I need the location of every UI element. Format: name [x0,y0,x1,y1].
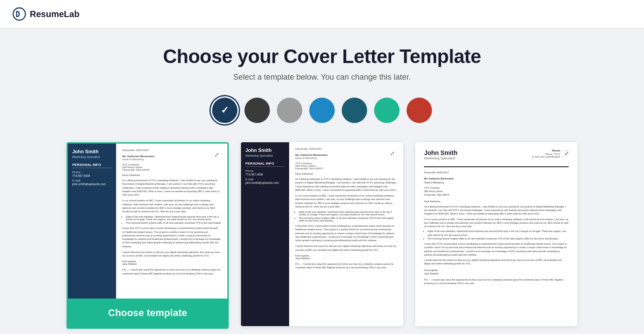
cv-company: XYZ Company099 Peony StreetFlowerville, … [295,162,397,170]
cv-bullet: Eight of the new websites I optimized ha… [126,215,221,221]
cv-email: john.smith@uptowork.com [245,181,285,184]
expand-button[interactable]: ⤢ [560,147,573,160]
cv-bullet: The incoming search engine traffic to al… [428,237,569,240]
app-header: ResumeLab [0,0,644,28]
cv-ps: P.S. — I would also value the opportunit… [424,278,569,285]
cv-phone: 774-987-4009 [72,174,112,177]
cv-recipient-title: Head of Marketing [122,158,221,161]
color-swatch-charcoal[interactable] [244,98,270,123]
cv-body4: I would welcome the chance to discuss yo… [295,244,397,252]
cv-closing: Kind regards,Jane Redlock [424,268,569,276]
cv-body4: I would welcome the chance to discuss yo… [122,250,221,258]
cv-body2: In my current position at ABC, I have su… [424,218,569,229]
cv-company: XYZ Company099 Peony StreetFlowerville, … [122,163,221,171]
cv-body: Flowerville, 06/01/2017 Ms. Katherine Bl… [424,171,569,285]
cv-recipient: Ms. Katherine Bloomstein [424,177,569,180]
cv-ps: P.S. — I would also value the opportunit… [122,268,221,275]
cv-personal-info-label: Personal Info [72,163,112,168]
color-swatch-silver[interactable] [277,98,302,123]
cv-body1: As a lifelong enthusiast of XYZ's market… [424,205,569,216]
cv-name: John Smith [245,148,285,153]
swatch-check-icon: ✓ [221,105,229,116]
cv-email-label: E-mail [72,179,112,182]
cv-job-title: Marketing Specialist [424,156,506,160]
cv-phone: 774-987-4009 [245,173,285,176]
cv-body2: In my current position at ABC, I have su… [295,194,397,208]
cv-body4: I would welcome the chance to discuss yo… [424,258,569,266]
cv-phone-label: Phone [245,169,285,172]
cv-bullets: Eight of the new websites I optimized ha… [428,229,569,240]
cv-name: John Smith [424,149,506,156]
cv-bullet: Eight of the new websites I optimized ha… [428,229,569,237]
cv-personal-info-label: Personal Info [245,162,285,167]
color-swatch-crimson[interactable] [407,98,432,123]
color-swatch-row: ✓ [212,98,432,123]
expand-icon: ⤢ [214,151,219,158]
cv-recipient-title: Head of Marketing [424,181,569,184]
template-card-1[interactable]: ⤢ John Smith Marketing Specialist Person… [67,142,229,329]
template-card-3[interactable]: ⤢ John Smith Marketing Specialist Person… [415,142,577,326]
cv-dear: Dear Katherine, [295,172,397,175]
logo: ResumeLab [12,7,79,21]
cv-phone-label: Phone [72,171,112,174]
main-content: Choose your Cover Letter Template Select… [0,28,644,334]
cv-date: Flowerville, 06/01/2017 [122,149,221,151]
color-swatch-emerald[interactable] [374,98,400,123]
cv-bullets: Eight of the new websites I optimized ha… [126,215,221,224]
cv-name: John Smith [72,149,112,155]
cv-bullet: The incoming search engine traffic to al… [299,217,397,222]
cv-body1: As a lifelong enthusiast of XYZ's market… [295,177,397,192]
color-swatch-navy[interactable]: ✓ [212,98,237,123]
cv-header: John Smith Marketing Specialist Personal… [424,149,569,162]
cv-preview: John Smith Marketing Specialist Personal… [241,142,403,326]
cv-bullets: Eight of the new websites I optimized ha… [299,211,397,222]
cv-left: John Smith Marketing Specialist [424,149,506,162]
cv-body3: I know that XYZ's current plans involve … [122,226,221,248]
cv-dear: Dear Katherine, [122,174,221,176]
cv-bullet: Eight of the new websites I optimized ha… [299,211,397,216]
color-swatch-teal-blue[interactable] [309,98,335,123]
cv-dear: Dear Katherine, [424,200,569,203]
expand-button[interactable]: ⤢ [386,147,399,160]
expand-button[interactable]: ⤢ [210,148,223,161]
cv-date: Flowerville, 04/01/2017 [295,148,397,150]
cv-divider [424,166,569,167]
cv-recipient: Ms. Katherine Bloomstein [295,154,397,156]
cv-company: XYZ Company099 Peony StreetFlowerville, … [424,186,569,197]
cv-body2: In my current position at ABC, I have su… [122,199,221,213]
logo-icon [12,7,26,21]
cv-preview: John Smith Marketing Specialist Personal… [415,142,577,326]
expand-icon: ⤢ [390,150,395,157]
color-swatch-dark-teal[interactable] [342,98,367,123]
cv-recipient: Ms. Katherine Bloomstein [122,155,221,158]
cv-closing: Kind regards,Jane Redlock [295,254,397,260]
cv-job-title: Marketing Specialist [72,155,112,158]
cv-body3: I know that XYZ's current plans involve … [424,242,569,257]
template-card-2[interactable]: ⤢ John Smith Marketing Specialist Person… [241,142,403,326]
cv-closing: Kind regards,Jane Redlock [122,260,221,265]
cv-main: Flowerville, 04/01/2017 Ms. Katherine Bl… [289,142,403,326]
cv-ps: P.S. — I would also value the opportunit… [295,262,397,270]
cv-job-title: Marketing Specialist [245,154,285,157]
cv-body3: I know that XYZ's current plans involve … [295,224,397,242]
templates-row: ⤢ John Smith Marketing Specialist Person… [67,142,577,329]
cv-recipient-title: Head of Marketing [295,157,397,159]
page-title: Choose your Cover Letter Template [163,46,481,67]
page-subtitle: Select a template below. You can change … [233,73,410,82]
choose-template-button[interactable]: Choose template [68,299,227,327]
cv-email-label: E-mail [245,178,285,181]
cv-date: Flowerville, 06/01/2017 [424,171,569,174]
cv-body1: As a lifelong enthusiast of XYZ's market… [122,179,221,197]
expand-icon: ⤢ [564,150,569,157]
cv-sidebar: John Smith Marketing Specialist Personal… [241,142,289,326]
cv-bullet: The incoming search engine traffic to al… [126,221,221,224]
cv-email: john.smith@uptowork.com [72,183,112,186]
